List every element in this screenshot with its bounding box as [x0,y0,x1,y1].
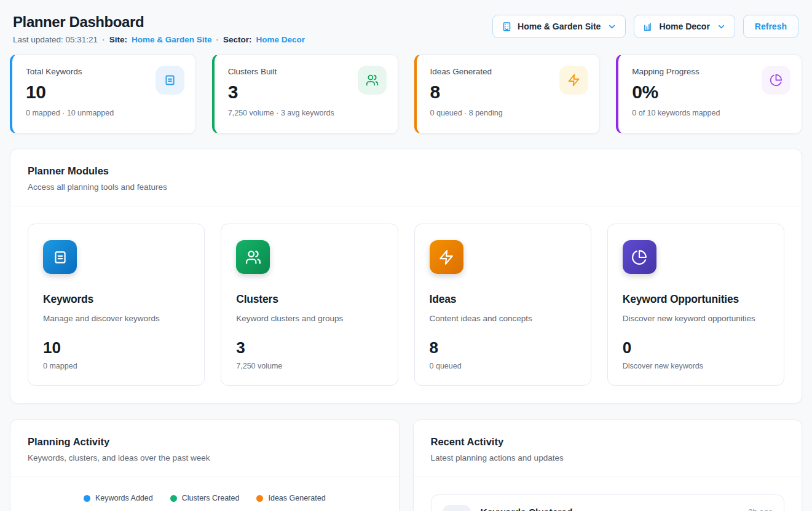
module-card-ideas[interactable]: Ideas Content ideas and concepts 8 0 que… [414,224,591,386]
module-description: Discover new keyword opportunities [623,314,769,323]
chevron-down-icon [717,22,726,31]
legend-dot-green [170,495,177,502]
dot-separator: · [216,35,219,44]
module-title: Keyword Opportunities [623,293,769,306]
recent-activity-title: Recent Activity [431,436,785,448]
activity-item-time: 2h ago [748,507,773,511]
planning-activity-title: Planning Activity [28,436,382,448]
module-value: 10 [43,338,189,357]
sector-label: Sector: [223,35,252,44]
module-subtext: 7,250 volume [236,362,382,370]
module-description: Manage and discover keywords [43,314,189,323]
divider [414,477,802,477]
module-description: Content ideas and concepts [430,314,576,323]
recent-activity-panel: Recent Activity Latest planning actions … [413,419,803,511]
legend-label: Keywords Added [95,494,153,502]
legend-label: Clusters Created [182,494,240,502]
document-icon [156,66,184,95]
site-selector-dropdown[interactable]: Home & Garden Site [492,15,626,38]
top-bar: Planner Dashboard Last updated: 05:31:21… [10,9,802,54]
site-link[interactable]: Home & Garden Site [132,35,212,44]
module-card-keyword-opportunities[interactable]: Keyword Opportunities Discover new keywo… [607,224,784,386]
stat-subtext: 0 of 10 keywords mapped [632,109,789,117]
planning-activity-header: Planning Activity Keywords, clusters, an… [10,420,399,477]
legend-dot-blue [84,495,90,502]
modules-subtitle: Access all planning tools and features [28,182,784,192]
legend-dot-orange [256,495,263,502]
document-icon [43,240,77,274]
legend-item-clusters-created: Clusters Created [170,494,240,502]
recent-activity-header: Recent Activity Latest planning actions … [414,420,802,477]
legend-item-ideas-generated: Ideas Generated [256,494,325,502]
module-title: Clusters [236,293,382,306]
zap-icon [559,66,588,95]
activity-list-item: Keywords Clustered 3 new clusters create… [431,494,785,511]
stats-row: Total Keywords 10 0 mapped · 10 unmapped… [10,54,802,134]
page-title: Planner Dashboard [13,14,305,31]
planning-activity-subtitle: Keywords, clusters, and ideas over the p… [28,453,382,462]
site-selector-label: Home & Garden Site [518,21,601,31]
module-title: Ideas [430,293,576,306]
pie-chart-icon [623,240,656,274]
module-value: 0 [623,338,769,357]
module-title: Keywords [43,293,189,306]
zap-icon [430,240,463,274]
stat-subtext: 0 queued · 8 pending [430,109,588,117]
planner-modules-section: Planner Modules Access all planning tool… [10,149,802,404]
refresh-button[interactable]: Refresh [743,15,798,38]
dot-separator: · [102,35,105,44]
planning-activity-panel: Planning Activity Keywords, clusters, an… [10,419,400,511]
users-icon [358,66,387,95]
bottom-row: Planning Activity Keywords, clusters, an… [10,419,802,511]
activity-item-title: Keywords Clustered [481,507,573,511]
activity-item-body: Keywords Clustered 3 new clusters create… [481,505,573,511]
divider [10,477,399,477]
users-icon [236,240,270,274]
toolbar: Home & Garden Site Home Decor Refresh [492,15,798,38]
module-subtext: Discover new keywords [623,362,769,370]
last-updated-text: Last updated: 05:31:21 [13,35,98,44]
recent-activity-subtitle: Latest planning actions and updates [431,453,785,462]
module-subtext: 0 queued [430,362,576,370]
stat-subtext: 7,250 volume · 3 avg keywords [228,109,385,117]
modules-header: Planner Modules Access all planning tool… [10,149,802,206]
breadcrumb: Last updated: 05:31:21 · Site: Home & Ga… [13,35,305,44]
legend-label: Ideas Generated [268,494,325,502]
stat-card-ideas-generated: Ideas Generated 8 0 queued · 8 pending [414,54,601,134]
modules-grid: Keywords Manage and discover keywords 10… [10,206,802,403]
heading-block: Planner Dashboard Last updated: 05:31:21… [13,14,305,44]
module-card-clusters[interactable]: Clusters Keyword clusters and groups 3 7… [221,224,398,386]
stat-card-mapping-progress: Mapping Progress 0% 0 of 10 keywords map… [616,54,802,134]
stat-card-clusters-built: Clusters Built 3 7,250 volume · 3 avg ke… [212,54,398,134]
module-value: 8 [430,338,576,357]
bar-chart-icon [643,21,653,32]
users-icon [443,505,471,511]
pie-chart-icon [762,66,790,95]
sector-selector-dropdown[interactable]: Home Decor [634,15,735,38]
stat-card-total-keywords: Total Keywords 10 0 mapped · 10 unmapped [10,54,196,134]
building-icon [502,21,512,32]
stat-subtext: 0 mapped · 10 unmapped [26,109,183,117]
legend-item-keywords-added: Keywords Added [84,494,153,502]
module-description: Keyword clusters and groups [236,314,382,323]
chevron-down-icon [607,22,617,31]
module-card-keywords[interactable]: Keywords Manage and discover keywords 10… [28,224,205,386]
planner-dashboard-page: Planner Dashboard Last updated: 05:31:21… [0,0,812,511]
chart-legend: Keywords Added Clusters Created Ideas Ge… [10,494,399,502]
sector-link[interactable]: Home Decor [256,35,305,44]
module-subtext: 0 mapped [43,362,189,370]
modules-title: Planner Modules [28,165,784,177]
module-value: 3 [236,338,382,357]
site-label: Site: [109,35,127,44]
sector-selector-label: Home Decor [659,21,709,31]
